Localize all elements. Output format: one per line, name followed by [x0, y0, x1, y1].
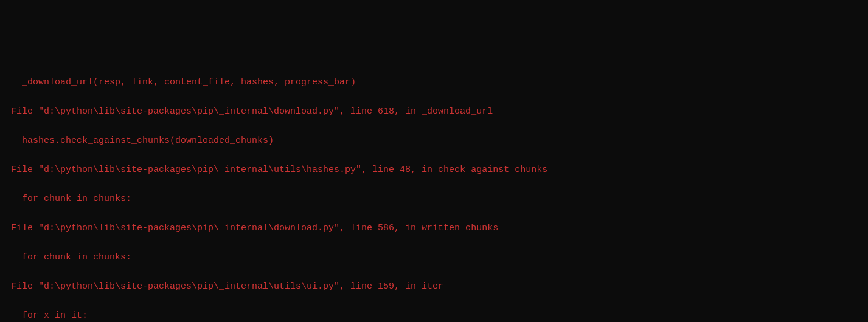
traceback-file-line: File "d:\python\lib\site-packages\pip\_i…: [0, 163, 868, 177]
traceback-file-line: File "d:\python\lib\site-packages\pip\_i…: [0, 104, 868, 119]
traceback-code-line: for chunk in chunks:: [0, 192, 868, 207]
traceback-code-line: _download_url(resp, link, content_file, …: [0, 75, 868, 90]
traceback-code-line: for chunk in chunks:: [0, 250, 868, 265]
terminal-output: _download_url(resp, link, content_file, …: [0, 61, 868, 322]
traceback-code-line: for x in it:: [0, 309, 868, 322]
traceback-file-line: File "d:\python\lib\site-packages\pip\_i…: [0, 221, 868, 236]
traceback-code-line: hashes.check_against_chunks(downloaded_c…: [0, 134, 868, 148]
traceback-file-line: File "d:\python\lib\site-packages\pip\_i…: [0, 279, 868, 294]
